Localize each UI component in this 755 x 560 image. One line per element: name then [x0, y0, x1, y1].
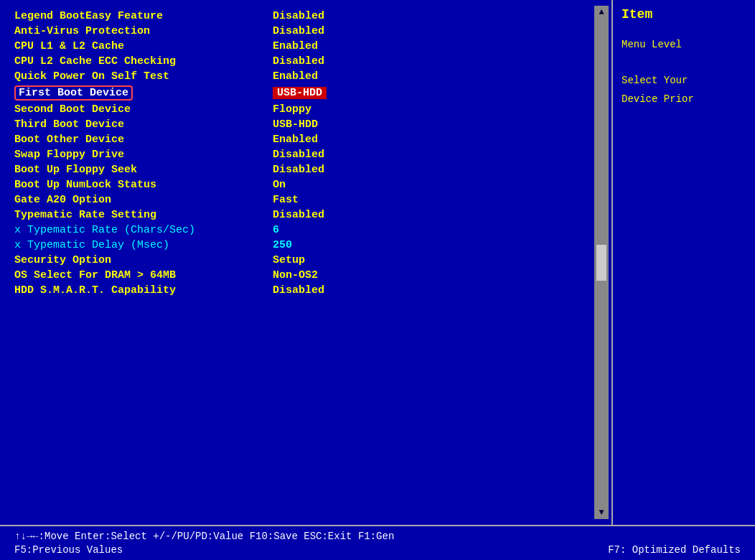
bios-row[interactable]: First Boot DeviceUSB-HDD — [14, 84, 577, 102]
bios-item-value: Disabled — [273, 25, 324, 37]
bios-item-value: 6 — [273, 224, 279, 236]
bios-item-value: Disabled — [273, 164, 324, 176]
bios-rows: Legend BootEasy FeatureDisabledAnti-Viru… — [14, 9, 577, 298]
bottom-keys-row2-left: F5:Previous Values — [14, 544, 123, 556]
bios-item-value: USB-HDD — [273, 87, 327, 99]
scrollbar[interactable]: ▲ ▼ — [594, 6, 609, 519]
bios-item-name: Gate A20 Option — [14, 194, 273, 206]
bottom-bar: ↑↓→←:Move Enter:Select +/-/PU/PD:Value F… — [0, 525, 755, 560]
bios-row[interactable]: CPU L2 Cache ECC CheckingDisabled — [14, 54, 577, 69]
bios-row[interactable]: Security OptionSetup — [14, 253, 577, 268]
right-panel: Item Menu Level Select Your Device Prior — [611, 0, 755, 525]
right-panel-title: Item — [622, 7, 746, 22]
bios-item-value: Fast — [273, 194, 299, 206]
bios-item-value: 250 — [273, 239, 292, 251]
bios-row[interactable]: Third Boot DeviceUSB-HDD — [14, 117, 577, 132]
bios-row[interactable]: Boot Other DeviceEnabled — [14, 132, 577, 147]
bios-item-name: x Typematic Delay (Msec) — [14, 239, 273, 251]
bios-item-name: Anti-Virus Protection — [14, 25, 273, 37]
bios-item-value: Non-OS2 — [273, 269, 318, 281]
bios-item-value: USB-HDD — [273, 118, 318, 131]
bios-item-value: Setup — [273, 254, 305, 266]
bottom-bar-row2: F5:Previous Values F7: Optimized Default… — [14, 544, 741, 556]
bios-row[interactable]: Swap Floppy DriveDisabled — [14, 147, 577, 162]
bios-item-name: Second Boot Device — [14, 103, 273, 116]
content-panels: Legend BootEasy FeatureDisabledAnti-Viru… — [0, 0, 755, 525]
bios-item-name: Typematic Rate Setting — [14, 209, 273, 221]
bios-item-name: Boot Up NumLock Status — [14, 179, 273, 191]
bios-item-name: Swap Floppy Drive — [14, 149, 273, 161]
bios-row[interactable]: Anti-Virus ProtectionDisabled — [14, 24, 577, 39]
scroll-down-arrow[interactable]: ▼ — [599, 508, 604, 518]
bios-item-value: Disabled — [273, 55, 324, 67]
bios-item-name: OS Select For DRAM > 64MB — [14, 269, 273, 281]
bios-item-value: Disabled — [273, 149, 324, 161]
bios-item-name: x Typematic Rate (Chars/Sec) — [14, 224, 273, 236]
bios-item-name: Quick Power On Self Test — [14, 70, 273, 83]
bios-item-name: First Boot Device — [14, 85, 273, 101]
right-line-1: Menu Level — [622, 36, 746, 54]
bios-item-value: Disabled — [273, 284, 324, 297]
bios-item-name: Boot Other Device — [14, 134, 273, 146]
bios-row[interactable]: x Typematic Delay (Msec)250 — [14, 238, 577, 253]
bios-row[interactable]: Boot Up NumLock StatusOn — [14, 177, 577, 192]
right-line-3: Select Your — [622, 72, 746, 90]
bios-row[interactable]: Boot Up Floppy SeekDisabled — [14, 162, 577, 177]
bottom-bar-row1: ↑↓→←:Move Enter:Select +/-/PU/PD:Value F… — [14, 531, 741, 542]
left-panel: Legend BootEasy FeatureDisabledAnti-Viru… — [0, 0, 591, 525]
bios-screen: Legend BootEasy FeatureDisabledAnti-Viru… — [0, 0, 755, 560]
bios-item-name: Security Option — [14, 254, 273, 266]
bios-row[interactable]: CPU L1 & L2 CacheEnabled — [14, 39, 577, 54]
bios-item-value: Enabled — [273, 134, 318, 146]
bottom-keys-row2-right: F7: Optimized Defaults — [608, 544, 741, 556]
bios-row[interactable]: Quick Power On Self TestEnabled — [14, 69, 577, 84]
bios-row[interactable]: OS Select For DRAM > 64MBNon-OS2 — [14, 268, 577, 283]
right-line-4: Device Prior — [622, 90, 746, 108]
bios-item-name: CPU L1 & L2 Cache — [14, 40, 273, 52]
scroll-thumb — [596, 245, 606, 281]
bios-row[interactable]: x Typematic Rate (Chars/Sec)6 — [14, 223, 577, 238]
bios-item-name: Third Boot Device — [14, 118, 273, 131]
bios-row[interactable]: Gate A20 OptionFast — [14, 192, 577, 207]
bios-item-name: Legend BootEasy Feature — [14, 10, 273, 22]
bios-row[interactable]: HDD S.M.A.R.T. CapabilityDisabled — [14, 283, 577, 298]
bios-item-value: Disabled — [273, 209, 324, 221]
scroll-up-arrow[interactable]: ▲ — [599, 7, 604, 17]
bios-item-value: Disabled — [273, 10, 324, 22]
bios-item-name: CPU L2 Cache ECC Checking — [14, 55, 273, 67]
bios-item-name: HDD S.M.A.R.T. Capability — [14, 284, 273, 297]
bios-row[interactable]: Second Boot DeviceFloppy — [14, 102, 577, 117]
bios-row[interactable]: Typematic Rate SettingDisabled — [14, 207, 577, 223]
bios-item-value: Floppy — [273, 103, 311, 116]
bios-item-value: On — [273, 179, 286, 191]
bottom-keys-row1: ↑↓→←:Move Enter:Select +/-/PU/PD:Value F… — [14, 531, 394, 542]
right-panel-content: Menu Level Select Your Device Prior — [622, 36, 746, 108]
bios-item-value: Enabled — [273, 40, 318, 52]
bios-item-value: Enabled — [273, 70, 318, 83]
bios-item-name: Boot Up Floppy Seek — [14, 164, 273, 176]
bios-row[interactable]: Legend BootEasy FeatureDisabled — [14, 9, 577, 24]
